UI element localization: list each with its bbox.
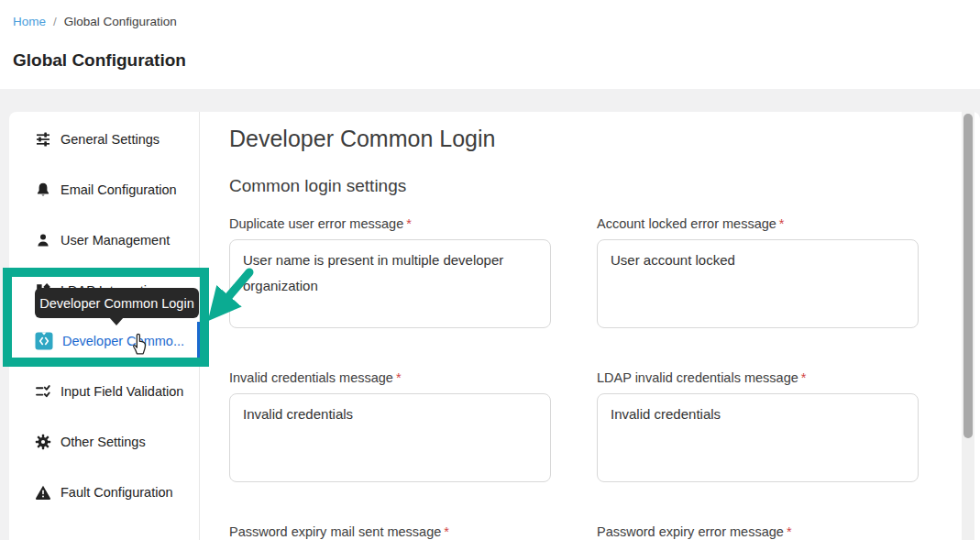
required-asterisk: *: [406, 216, 412, 231]
tooltip: Developer Common Login: [35, 288, 199, 318]
sidebar-item-label: Email Configuration: [61, 182, 177, 197]
sidebar-item-label: User Management: [61, 233, 170, 248]
checklist-icon: [35, 383, 51, 400]
sidebar-item-general-settings[interactable]: General Settings: [9, 114, 198, 164]
field-label-account-locked: Account locked error message*: [597, 216, 785, 231]
sidebar-item-input-field-validation[interactable]: Input Field Validation: [9, 366, 198, 416]
field-label-duplicate-user: Duplicate user error message*: [229, 216, 412, 231]
sidebar-item-label: Developer Commo...: [62, 334, 184, 348]
breadcrumb-separator: /: [53, 15, 57, 28]
required-asterisk: *: [801, 370, 807, 385]
warning-icon: [35, 484, 51, 501]
active-item-indicator: [197, 322, 200, 359]
sidebar-item-label: General Settings: [61, 132, 160, 147]
duplicate-user-error-textarea[interactable]: User name is present in multiple develop…: [229, 239, 551, 328]
sidebar-item-developer-common-login[interactable]: Developer Commo...: [9, 315, 198, 366]
section-title: Common login settings: [229, 176, 406, 196]
field-label-invalid-credentials: Invalid credentials message*: [229, 370, 402, 385]
field-label-password-expiry-error: Password expiry error message*: [597, 524, 792, 539]
gear-icon: [35, 434, 51, 450]
global-configuration-page: Home / Global Configuration Global Confi…: [0, 0, 980, 540]
required-asterisk: *: [779, 216, 785, 231]
required-asterisk: *: [444, 524, 449, 539]
ldap-invalid-credentials-textarea[interactable]: Invalid credentials: [597, 393, 919, 482]
sidebar-item-email-configuration[interactable]: Email Configuration: [9, 164, 198, 215]
account-locked-error-textarea[interactable]: User account locked: [597, 239, 919, 328]
required-asterisk: *: [787, 524, 792, 539]
content-title: Developer Common Login: [229, 126, 495, 152]
sidebar-item-other-settings[interactable]: Other Settings: [9, 416, 198, 467]
user-icon: [35, 232, 51, 248]
sidebar-item-label: Fault Configuration: [61, 485, 173, 500]
breadcrumb-current: Global Configuration: [64, 15, 177, 28]
breadcrumb-home-link[interactable]: Home: [13, 15, 46, 28]
page-title: Global Configuration: [13, 50, 186, 71]
tooltip-caret: [109, 317, 124, 325]
sidebar-item-fault-configuration[interactable]: Fault Configuration: [9, 467, 198, 517]
scrollbar-thumb[interactable]: [963, 114, 973, 438]
code-badge-icon: [35, 332, 53, 350]
sidebar-item-user-management[interactable]: User Management: [9, 215, 198, 265]
field-label-ldap-invalid-credentials: LDAP invalid credentials message*: [597, 370, 806, 385]
breadcrumb: Home / Global Configuration: [13, 15, 177, 28]
sliders-icon: [35, 131, 51, 148]
required-asterisk: *: [396, 370, 402, 385]
bell-icon: [35, 182, 51, 198]
sidebar-item-label: Input Field Validation: [61, 384, 183, 399]
tooltip-label: Developer Common Login: [39, 296, 193, 311]
sidebar-item-label: Other Settings: [61, 435, 146, 449]
invalid-credentials-textarea[interactable]: Invalid credentials: [229, 393, 551, 482]
field-label-password-expiry-mail-sent: Password expiry mail sent message*: [229, 524, 449, 539]
